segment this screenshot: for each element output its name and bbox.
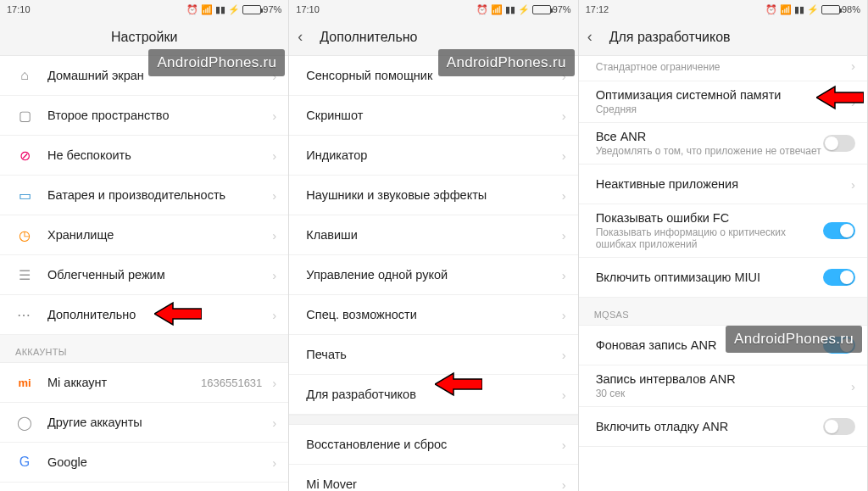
item-label: Mi аккаунт [47,376,201,389]
additional-list[interactable]: Сенсорный помощник› Скриншот› Индикатор›… [289,56,577,491]
list-item-mi-account[interactable]: Mi аккаунт 1636551631 › [0,363,288,403]
screen-developer-options: 17:12 ⏰ 📶 ▮▮ ⚡ 98% ‹ Для разработчиков С… [579,0,868,491]
item-label: Google [47,455,267,469]
list-item-home[interactable]: Домашний экран › [0,56,288,96]
item-label: Батарея и производительность [47,188,267,202]
list-item[interactable]: Печать› [289,335,577,375]
toggle-switch[interactable] [823,222,855,239]
charge-icon: ⚡ [228,4,240,15]
item-sub: Стандартное ограничение [596,61,846,73]
back-button[interactable]: ‹ [298,28,303,46]
chevron-right-icon: › [562,188,566,203]
item-sub: 30 сек [596,388,846,399]
list-item-dnd[interactable]: Не беспокоить › [0,136,288,176]
status-bar: 17:10 ⏰ 📶 ▮▮ ⚡ 97% [289,0,577,19]
settings-list[interactable]: Домашний экран › Второе пространство › Н… [0,56,288,491]
chevron-right-icon: › [272,376,276,390]
page-title: Дополнительно [320,30,417,45]
list-item-debug-anr[interactable]: Включить отладку ANR [579,407,867,447]
status-right: ⏰ 📶 ▮▮ ⚡ 97% [186,4,281,15]
item-label: Печать [306,348,556,361]
list-item[interactable]: Сенсорный помощник› [289,56,577,96]
list-item-inactive-apps[interactable]: Неактивные приложения › [579,165,867,204]
chevron-right-icon: › [562,388,566,402]
item-label: Восстановление и сброс [306,438,556,451]
list-item-partial[interactable]: Стандартное ограничение › [579,56,867,81]
more-icon [15,307,34,323]
toggle-switch[interactable] [823,135,855,152]
item-label: Хранилище [47,228,267,242]
list-item-mem-opt[interactable]: Оптимизация системной памяти Средняя › [579,81,867,123]
item-value: 1636551631 [201,377,262,389]
app-bar: ‹ Дополнительно [289,19,577,56]
item-sub: Уведомлять о том, что приложение не отве… [596,145,823,157]
mi-icon [15,375,34,390]
chevron-right-icon: › [272,188,276,203]
square-icon [15,108,34,124]
google-icon [15,455,34,470]
item-label: Облегченный режим [47,268,267,282]
screen-settings: 17:10 ⏰ 📶 ▮▮ ⚡ 97% Настройки Домашний эк… [0,0,289,491]
list-item[interactable]: Восстановление и сброс› [289,425,577,465]
toggle-switch[interactable] [823,418,855,435]
back-button[interactable]: ‹ [587,28,593,46]
list-item-additional[interactable]: Дополнительно › [0,295,288,335]
signal-icon: ▮▮ [505,4,515,15]
list-item[interactable]: Индикатор› [289,136,577,176]
list-item-google[interactable]: Google › [0,443,288,483]
item-sub: Средняя [596,103,846,115]
list-item[interactable]: Управление одной рукой› [289,255,577,295]
dnd-icon [15,148,34,164]
list-item[interactable]: Скриншот› [289,96,577,136]
screen-additional: 17:10 ⏰ 📶 ▮▮ ⚡ 97% ‹ Дополнительно Сенсо… [289,0,578,491]
app-bar: ‹ Для разработчиков [579,19,867,56]
page-title: Для разработчиков [609,30,731,45]
list-item[interactable]: Наушники и звуковые эффекты› [289,176,577,215]
item-label: Наушники и звуковые эффекты [306,188,556,202]
item-label: Показывать ошибки FC [596,211,823,225]
list-item-fc-errors[interactable]: Показывать ошибки FC Показывать информац… [579,204,867,258]
item-label: Неактивные приложения [596,177,846,191]
list-item-storage[interactable]: Хранилище › [0,215,288,255]
list-item-anr-interval[interactable]: Запись интервалов ANR 30 сек › [579,365,867,407]
list-item-all-anr[interactable]: Все ANR Уведомлять о том, что приложение… [579,123,867,165]
dev-options-list[interactable]: Стандартное ограничение › Оптимизация си… [579,56,867,491]
item-label: Не беспокоить [47,148,267,162]
item-label: Все ANR [596,130,823,143]
list-item-second-space[interactable]: Второе пространство › [0,96,288,136]
list-item-other-accounts[interactable]: Другие аккаунты › [0,403,288,443]
chevron-right-icon: › [272,148,276,163]
battery-percent: 98% [842,4,860,14]
item-label: Оптимизация системной памяти [596,88,846,102]
list-item-miui-opt[interactable]: Включить оптимизацию MIUI [579,258,867,298]
item-label: Включить оптимизацию MIUI [596,271,823,284]
charge-icon: ⚡ [807,4,819,15]
battery-percent: 97% [553,4,571,14]
wifi-icon: 📶 [780,4,792,15]
item-label: Клавиши [306,228,556,242]
chevron-right-icon: › [562,69,566,83]
list-item-lite[interactable]: Облегченный режим › [0,255,288,295]
wifi-icon: 📶 [201,4,213,15]
item-label: Другие аккаунты [47,416,267,429]
list-item[interactable]: Mi Mover› [289,465,577,491]
item-label: Фоновая запись ANR [596,338,823,352]
status-bar: 17:12 ⏰ 📶 ▮▮ ⚡ 98% [579,0,867,19]
section-gap [289,415,577,425]
list-item-developer[interactable]: Для разработчиков› [289,375,577,415]
toggle-switch[interactable] [823,337,855,354]
item-label: Mi Mover [306,477,556,491]
battery-indicator: 98% [821,4,860,14]
chevron-right-icon: › [562,438,566,452]
chevron-right-icon: › [562,348,566,362]
list-item-battery[interactable]: Батарея и производительность › [0,176,288,215]
section-header-accounts: АККАУНТЫ [0,335,288,363]
alarm-icon: ⏰ [186,4,198,15]
item-label: Запись интервалов ANR [596,372,846,386]
list-item[interactable]: Клавиши› [289,215,577,255]
chevron-right-icon: › [562,477,566,492]
list-item-bg-anr[interactable]: Фоновая запись ANR [579,326,867,365]
chevron-right-icon: › [562,148,566,163]
toggle-switch[interactable] [823,269,855,286]
list-item[interactable]: Спец. возможности› [289,295,577,335]
